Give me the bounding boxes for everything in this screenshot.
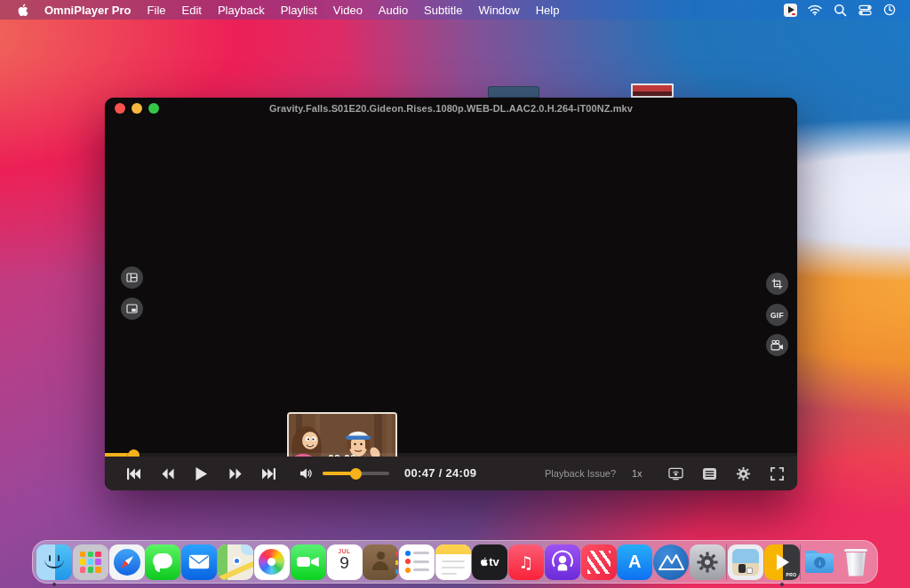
fast-forward-button[interactable]	[228, 467, 243, 481]
previous-button[interactable]	[126, 467, 141, 481]
fullscreen-icon[interactable]	[770, 467, 785, 481]
close-button[interactable]	[115, 103, 125, 114]
menu-audio[interactable]: Audio	[371, 4, 416, 17]
volume-icon[interactable]	[299, 467, 313, 480]
control-center-icon[interactable]	[855, 0, 874, 20]
dock-divider	[726, 544, 727, 580]
desktop-image-file-icon[interactable]	[631, 83, 674, 98]
wifi-icon[interactable]	[805, 0, 825, 20]
dock-image-viewer[interactable]	[728, 544, 763, 580]
dock-photos[interactable]	[254, 544, 290, 580]
dock-reminders[interactable]	[399, 544, 435, 580]
menu-subtitle[interactable]: Subtitle	[416, 4, 470, 17]
rewind-button[interactable]	[160, 467, 175, 481]
desktop-file-icon[interactable]	[488, 86, 539, 98]
dock-finder[interactable]	[36, 544, 72, 580]
desktop-image-thumbnail	[633, 85, 672, 96]
playlist-panel-button[interactable]	[121, 266, 143, 289]
menu-help[interactable]: Help	[528, 4, 568, 17]
play-button[interactable]	[194, 466, 209, 481]
settings-gear-icon[interactable]	[736, 466, 751, 481]
window-title: Gravity.Falls.S01E20.Gideon.Rises.1080p.…	[105, 103, 797, 114]
download-arrow-icon: ↓	[814, 557, 826, 568]
dock-mountain-app[interactable]	[653, 544, 689, 580]
dock-omniplayer-pro[interactable]: PRO	[764, 544, 800, 580]
menu-playlist[interactable]: Playlist	[273, 4, 325, 17]
dock-app-store[interactable]: A	[617, 544, 652, 580]
dock-downloads[interactable]: ↓	[802, 544, 837, 580]
dock-podcasts[interactable]	[545, 544, 580, 580]
dock-news[interactable]	[581, 544, 617, 580]
dock-divider	[800, 544, 801, 580]
menubar: OmniPlayer Pro File Edit Playback Playli…	[0, 0, 910, 20]
traffic-lights	[115, 103, 159, 114]
dock: JUL9 tv ♫ A	[32, 540, 878, 584]
dock-launchpad[interactable]	[73, 544, 108, 580]
video-area[interactable]: GIF	[105, 118, 797, 453]
menubar-menus: OmniPlayer Pro File Edit Playback Playli…	[0, 4, 567, 17]
titlebar[interactable]: Gravity.Falls.S01E20.Gideon.Rises.1080p.…	[105, 98, 797, 118]
zoom-button[interactable]	[148, 103, 159, 114]
snapshot-button[interactable]	[766, 273, 788, 295]
volume-slider[interactable]	[323, 472, 389, 475]
desktop: OmniPlayer Pro File Edit Playback Playli…	[0, 0, 910, 588]
dock-facetime[interactable]	[291, 544, 326, 580]
dock-safari[interactable]	[109, 544, 145, 580]
running-indicator	[780, 583, 784, 586]
controls-right-icons	[668, 457, 785, 490]
music-note-glyph: ♫	[518, 552, 533, 572]
cast-icon[interactable]	[668, 467, 683, 481]
apple-tv-label: tv	[489, 555, 499, 568]
record-button[interactable]	[766, 334, 788, 356]
menubar-status-icons	[780, 0, 910, 20]
playback-issue-link[interactable]: Playback Issue?	[545, 468, 616, 479]
dock-mail[interactable]	[181, 544, 217, 580]
dock-trash[interactable]	[838, 544, 874, 580]
menu-file[interactable]: File	[140, 4, 174, 17]
volume-handle[interactable]	[350, 468, 362, 480]
dock-calendar[interactable]: JUL9	[327, 544, 363, 580]
dock-apple-tv[interactable]: tv	[472, 544, 507, 580]
app-menu-title[interactable]: OmniPlayer Pro	[36, 4, 140, 17]
dock-music[interactable]: ♫	[508, 544, 544, 580]
menu-video[interactable]: Video	[325, 4, 371, 17]
menu-playback[interactable]: Playback	[210, 4, 273, 17]
gif-export-button[interactable]: GIF	[766, 304, 788, 326]
minimize-button[interactable]	[132, 103, 142, 114]
gif-label: GIF	[770, 311, 784, 320]
next-button[interactable]	[261, 467, 276, 481]
controls-bar: 00:47 / 24:09 Playback Issue? 1x	[105, 457, 797, 490]
dock-contacts[interactable]	[363, 544, 398, 580]
dock-system-preferences[interactable]	[690, 544, 725, 580]
app-store-glyph: A	[628, 552, 641, 572]
running-indicator	[52, 583, 56, 586]
spotlight-icon[interactable]	[830, 0, 850, 20]
apple-menu-icon[interactable]	[9, 4, 36, 17]
clock-icon[interactable]	[880, 0, 899, 20]
dock-maps[interactable]	[218, 544, 253, 580]
omniplayer-status-icon[interactable]	[780, 0, 800, 20]
transport-controls	[126, 457, 276, 490]
menu-edit[interactable]: Edit	[174, 4, 210, 17]
dock-notes[interactable]	[435, 544, 471, 580]
menu-window[interactable]: Window	[470, 4, 527, 17]
picture-in-picture-button[interactable]	[121, 298, 143, 320]
player-window: Gravity.Falls.S01E20.Gideon.Rises.1080p.…	[105, 98, 797, 490]
playlist-icon[interactable]	[702, 467, 717, 481]
dock-messages[interactable]	[145, 544, 180, 580]
omniplayer-pro-badge: PRO	[786, 572, 797, 577]
calendar-day: 9	[327, 554, 363, 571]
time-display: 00:47 / 24:09	[404, 466, 476, 480]
playback-speed-button[interactable]: 1x	[632, 468, 643, 479]
